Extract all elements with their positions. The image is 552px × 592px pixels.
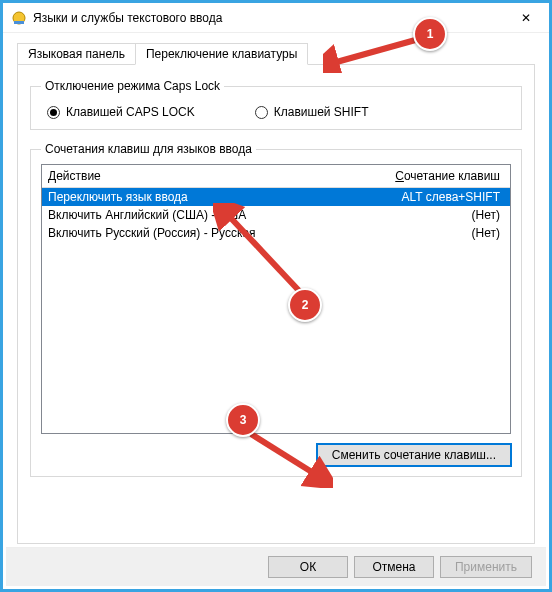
ok-button-label: ОК bbox=[300, 560, 316, 574]
close-icon: ✕ bbox=[521, 11, 531, 25]
radio-icon bbox=[47, 106, 60, 119]
row-action: Переключить язык ввода bbox=[48, 190, 354, 204]
radio-caps-lock[interactable]: Клавишей CAPS LOCK bbox=[47, 105, 195, 119]
apply-button-label: Применить bbox=[455, 560, 517, 574]
row-shortcut: (Нет) bbox=[354, 208, 504, 222]
tab-panel: Отключение режима Caps Lock Клавишей CAP… bbox=[17, 64, 535, 544]
annotation-callout-1: 1 bbox=[413, 17, 447, 51]
tab-keyboard-switch-label: Переключение клавиатуры bbox=[146, 47, 297, 61]
change-hotkey-button-label: Сменить сочетание клавиш... bbox=[332, 448, 496, 462]
hotkeys-group: Сочетания клавиш для языков ввода Действ… bbox=[30, 142, 522, 477]
tab-language-bar[interactable]: Языковая панель bbox=[17, 43, 136, 65]
row-shortcut: (Нет) bbox=[354, 226, 504, 240]
radio-shift-label: Клавишей SHIFT bbox=[274, 105, 369, 119]
row-action: Включить Английский (США) - США bbox=[48, 208, 354, 222]
svg-rect-1 bbox=[14, 21, 24, 24]
col-action-header[interactable]: Действие bbox=[42, 165, 360, 187]
list-row[interactable]: Включить Английский (США) - США (Нет) bbox=[42, 206, 510, 224]
tabs: Языковая панель Переключение клавиатуры bbox=[17, 43, 535, 65]
annotation-callout-3: 3 bbox=[226, 403, 260, 437]
caps-lock-radio-row: Клавишей CAPS LOCK Клавишей SHIFT bbox=[47, 105, 511, 119]
row-action: Включить Русский (Россия) - Русская bbox=[48, 226, 354, 240]
dialog-buttons: ОК Отмена Применить bbox=[6, 547, 546, 586]
caps-lock-legend: Отключение режима Caps Lock bbox=[41, 79, 224, 93]
content-area: Языковая панель Переключение клавиатуры … bbox=[3, 33, 549, 554]
tab-language-bar-label: Языковая панель bbox=[28, 47, 125, 61]
ok-button[interactable]: ОК bbox=[268, 556, 348, 578]
caps-lock-group: Отключение режима Caps Lock Клавишей CAP… bbox=[30, 79, 522, 130]
hotkeys-list[interactable]: Действие Сочетание клавиш Переключить яз… bbox=[41, 164, 511, 434]
hotkeys-legend: Сочетания клавиш для языков ввода bbox=[41, 142, 256, 156]
row-shortcut: ALT слева+SHIFT bbox=[354, 190, 504, 204]
col-shortcut-header[interactable]: Сочетание клавиш bbox=[360, 165, 510, 187]
list-header: Действие Сочетание клавиш bbox=[42, 165, 510, 188]
change-button-row: Сменить сочетание клавиш... bbox=[41, 444, 511, 466]
radio-icon bbox=[255, 106, 268, 119]
cancel-button[interactable]: Отмена bbox=[354, 556, 434, 578]
list-row[interactable]: Включить Русский (Россия) - Русская (Нет… bbox=[42, 224, 510, 242]
close-button[interactable]: ✕ bbox=[503, 3, 549, 33]
list-row[interactable]: Переключить язык ввода ALT слева+SHIFT bbox=[42, 188, 510, 206]
annotation-callout-2: 2 bbox=[288, 288, 322, 322]
radio-caps-lock-label: Клавишей CAPS LOCK bbox=[66, 105, 195, 119]
radio-shift[interactable]: Клавишей SHIFT bbox=[255, 105, 369, 119]
change-hotkey-button[interactable]: Сменить сочетание клавиш... bbox=[317, 444, 511, 466]
apply-button[interactable]: Применить bbox=[440, 556, 532, 578]
cancel-button-label: Отмена bbox=[372, 560, 415, 574]
app-icon bbox=[11, 10, 27, 26]
title-bar: Языки и службы текстового ввода ✕ bbox=[3, 3, 549, 33]
tab-keyboard-switch[interactable]: Переключение клавиатуры bbox=[135, 43, 308, 65]
